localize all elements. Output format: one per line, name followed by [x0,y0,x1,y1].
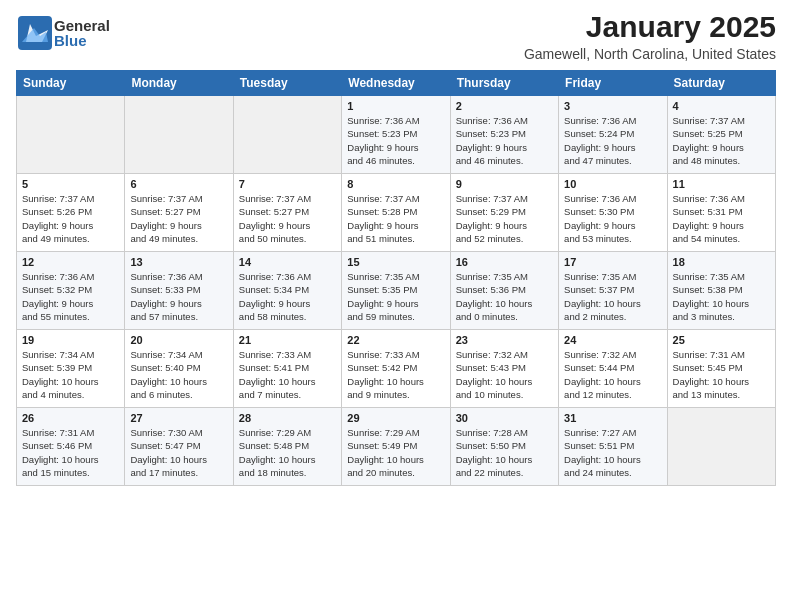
calendar-cell: 24Sunrise: 7:32 AM Sunset: 5:44 PM Dayli… [559,330,667,408]
day-number: 16 [456,256,553,268]
weekday-header: Monday [125,71,233,96]
calendar-cell: 12Sunrise: 7:36 AM Sunset: 5:32 PM Dayli… [17,252,125,330]
calendar-cell: 25Sunrise: 7:31 AM Sunset: 5:45 PM Dayli… [667,330,775,408]
day-info: Sunrise: 7:36 AM Sunset: 5:30 PM Dayligh… [564,192,661,245]
calendar-cell: 1Sunrise: 7:36 AM Sunset: 5:23 PM Daylig… [342,96,450,174]
day-info: Sunrise: 7:35 AM Sunset: 5:36 PM Dayligh… [456,270,553,323]
day-info: Sunrise: 7:37 AM Sunset: 5:25 PM Dayligh… [673,114,770,167]
day-number: 6 [130,178,227,190]
calendar-cell: 29Sunrise: 7:29 AM Sunset: 5:49 PM Dayli… [342,408,450,486]
day-number: 8 [347,178,444,190]
calendar-cell: 9Sunrise: 7:37 AM Sunset: 5:29 PM Daylig… [450,174,558,252]
logo-general-text: General [54,18,110,33]
calendar-week-row: 19Sunrise: 7:34 AM Sunset: 5:39 PM Dayli… [17,330,776,408]
calendar-cell: 14Sunrise: 7:36 AM Sunset: 5:34 PM Dayli… [233,252,341,330]
day-number: 25 [673,334,770,346]
day-number: 21 [239,334,336,346]
calendar-subtitle: Gamewell, North Carolina, United States [524,46,776,62]
day-number: 4 [673,100,770,112]
day-info: Sunrise: 7:36 AM Sunset: 5:32 PM Dayligh… [22,270,119,323]
weekday-header: Friday [559,71,667,96]
day-info: Sunrise: 7:32 AM Sunset: 5:43 PM Dayligh… [456,348,553,401]
calendar-cell: 27Sunrise: 7:30 AM Sunset: 5:47 PM Dayli… [125,408,233,486]
calendar-cell: 3Sunrise: 7:36 AM Sunset: 5:24 PM Daylig… [559,96,667,174]
day-info: Sunrise: 7:34 AM Sunset: 5:39 PM Dayligh… [22,348,119,401]
day-number: 22 [347,334,444,346]
day-info: Sunrise: 7:36 AM Sunset: 5:34 PM Dayligh… [239,270,336,323]
calendar-week-row: 5Sunrise: 7:37 AM Sunset: 5:26 PM Daylig… [17,174,776,252]
day-info: Sunrise: 7:35 AM Sunset: 5:38 PM Dayligh… [673,270,770,323]
day-number: 24 [564,334,661,346]
weekday-header: Thursday [450,71,558,96]
logo-text: General Blue [54,18,110,48]
calendar-week-row: 12Sunrise: 7:36 AM Sunset: 5:32 PM Dayli… [17,252,776,330]
day-number: 31 [564,412,661,424]
calendar-cell: 15Sunrise: 7:35 AM Sunset: 5:35 PM Dayli… [342,252,450,330]
day-number: 19 [22,334,119,346]
title-block: January 2025 Gamewell, North Carolina, U… [524,10,776,62]
day-number: 14 [239,256,336,268]
day-info: Sunrise: 7:37 AM Sunset: 5:27 PM Dayligh… [239,192,336,245]
day-number: 13 [130,256,227,268]
logo-icon [16,14,54,52]
calendar-cell: 30Sunrise: 7:28 AM Sunset: 5:50 PM Dayli… [450,408,558,486]
calendar-cell: 23Sunrise: 7:32 AM Sunset: 5:43 PM Dayli… [450,330,558,408]
day-info: Sunrise: 7:29 AM Sunset: 5:49 PM Dayligh… [347,426,444,479]
day-number: 26 [22,412,119,424]
logo: General Blue [16,14,110,52]
calendar-cell [17,96,125,174]
calendar-cell: 20Sunrise: 7:34 AM Sunset: 5:40 PM Dayli… [125,330,233,408]
day-number: 23 [456,334,553,346]
day-number: 20 [130,334,227,346]
weekday-header: Sunday [17,71,125,96]
calendar-table: SundayMondayTuesdayWednesdayThursdayFrid… [16,70,776,486]
calendar-cell: 8Sunrise: 7:37 AM Sunset: 5:28 PM Daylig… [342,174,450,252]
day-number: 30 [456,412,553,424]
day-number: 15 [347,256,444,268]
calendar-cell: 5Sunrise: 7:37 AM Sunset: 5:26 PM Daylig… [17,174,125,252]
calendar-cell: 28Sunrise: 7:29 AM Sunset: 5:48 PM Dayli… [233,408,341,486]
calendar-cell: 6Sunrise: 7:37 AM Sunset: 5:27 PM Daylig… [125,174,233,252]
day-number: 12 [22,256,119,268]
calendar-title: January 2025 [524,10,776,44]
calendar-cell: 2Sunrise: 7:36 AM Sunset: 5:23 PM Daylig… [450,96,558,174]
calendar-cell: 10Sunrise: 7:36 AM Sunset: 5:30 PM Dayli… [559,174,667,252]
calendar-cell: 18Sunrise: 7:35 AM Sunset: 5:38 PM Dayli… [667,252,775,330]
day-number: 1 [347,100,444,112]
calendar-cell: 16Sunrise: 7:35 AM Sunset: 5:36 PM Dayli… [450,252,558,330]
day-info: Sunrise: 7:33 AM Sunset: 5:42 PM Dayligh… [347,348,444,401]
calendar-week-row: 26Sunrise: 7:31 AM Sunset: 5:46 PM Dayli… [17,408,776,486]
day-info: Sunrise: 7:37 AM Sunset: 5:29 PM Dayligh… [456,192,553,245]
day-number: 28 [239,412,336,424]
day-info: Sunrise: 7:31 AM Sunset: 5:46 PM Dayligh… [22,426,119,479]
calendar-cell [233,96,341,174]
calendar-cell: 31Sunrise: 7:27 AM Sunset: 5:51 PM Dayli… [559,408,667,486]
day-number: 10 [564,178,661,190]
day-number: 2 [456,100,553,112]
day-number: 9 [456,178,553,190]
day-number: 27 [130,412,227,424]
day-info: Sunrise: 7:33 AM Sunset: 5:41 PM Dayligh… [239,348,336,401]
calendar-cell: 22Sunrise: 7:33 AM Sunset: 5:42 PM Dayli… [342,330,450,408]
calendar-cell: 11Sunrise: 7:36 AM Sunset: 5:31 PM Dayli… [667,174,775,252]
day-number: 7 [239,178,336,190]
calendar-week-row: 1Sunrise: 7:36 AM Sunset: 5:23 PM Daylig… [17,96,776,174]
calendar-cell: 17Sunrise: 7:35 AM Sunset: 5:37 PM Dayli… [559,252,667,330]
day-info: Sunrise: 7:37 AM Sunset: 5:27 PM Dayligh… [130,192,227,245]
day-info: Sunrise: 7:27 AM Sunset: 5:51 PM Dayligh… [564,426,661,479]
day-number: 5 [22,178,119,190]
day-number: 17 [564,256,661,268]
day-info: Sunrise: 7:34 AM Sunset: 5:40 PM Dayligh… [130,348,227,401]
day-number: 18 [673,256,770,268]
header: General Blue January 2025 Gamewell, Nort… [16,10,776,62]
day-info: Sunrise: 7:31 AM Sunset: 5:45 PM Dayligh… [673,348,770,401]
calendar-cell: 4Sunrise: 7:37 AM Sunset: 5:25 PM Daylig… [667,96,775,174]
day-info: Sunrise: 7:37 AM Sunset: 5:28 PM Dayligh… [347,192,444,245]
day-info: Sunrise: 7:35 AM Sunset: 5:35 PM Dayligh… [347,270,444,323]
calendar-cell: 26Sunrise: 7:31 AM Sunset: 5:46 PM Dayli… [17,408,125,486]
weekday-header: Wednesday [342,71,450,96]
day-info: Sunrise: 7:36 AM Sunset: 5:33 PM Dayligh… [130,270,227,323]
logo-blue-text: Blue [54,33,110,48]
calendar-cell: 21Sunrise: 7:33 AM Sunset: 5:41 PM Dayli… [233,330,341,408]
day-info: Sunrise: 7:30 AM Sunset: 5:47 PM Dayligh… [130,426,227,479]
